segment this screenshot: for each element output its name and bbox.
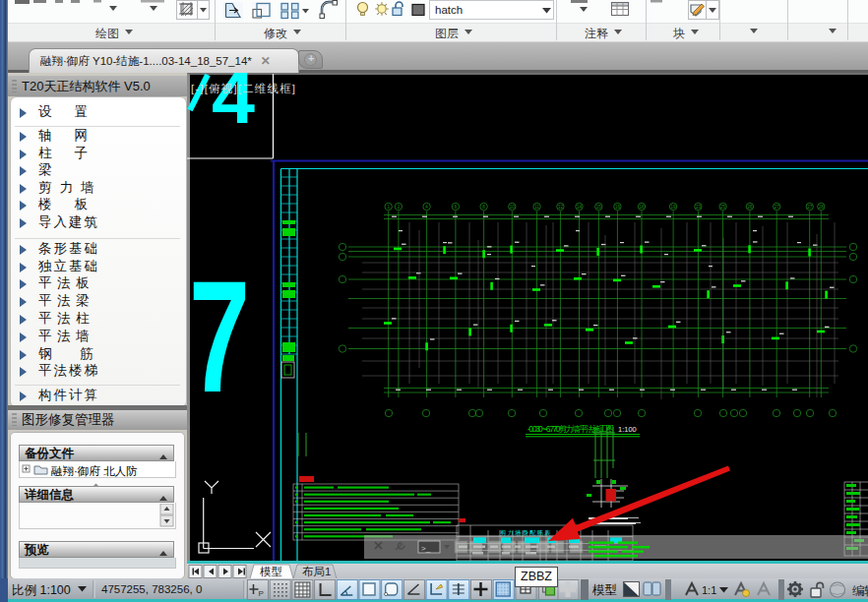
svg-text:布局1: 布局1	[302, 566, 331, 577]
svg-text:比例 1:100: 比例 1:100	[12, 583, 71, 597]
svg-text:6: 6	[455, 205, 458, 210]
svg-text:4: 4	[425, 205, 428, 210]
svg-text:28: 28	[819, 205, 825, 210]
svg-text:hatch: hatch	[435, 4, 463, 16]
svg-text:编辑: 编辑	[852, 584, 868, 598]
svg-text:1:100: 1:100	[618, 425, 637, 434]
svg-text:15: 15	[596, 205, 602, 210]
svg-text:P: P	[259, 589, 264, 598]
svg-text:25: 25	[720, 205, 726, 210]
svg-text:27: 27	[775, 205, 780, 210]
svg-text:16: 16	[615, 205, 621, 210]
svg-text:19: 19	[671, 205, 677, 210]
svg-text:4757255, 783256, 0: 4757255, 783256, 0	[101, 583, 202, 595]
svg-text:1: 1	[387, 205, 390, 210]
svg-text:模型: 模型	[591, 583, 617, 597]
svg-text:27: 27	[807, 205, 813, 210]
svg-text:融翔·御府 北人防: 融翔·御府 北人防	[51, 465, 138, 477]
svg-text:14: 14	[577, 205, 583, 210]
svg-text:10: 10	[510, 205, 516, 210]
svg-text:18: 18	[639, 205, 645, 210]
svg-text:1:1: 1:1	[702, 584, 716, 596]
svg-text:12: 12	[558, 205, 564, 210]
svg-text:2: 2	[398, 205, 401, 210]
svg-text:23: 23	[696, 205, 702, 210]
svg-text:8: 8	[482, 205, 485, 210]
svg-text:>_: >_	[421, 544, 431, 553]
svg-text:26: 26	[747, 205, 753, 210]
svg-text:[-][俯视][二维线框]: [-][俯视][二维线框]	[191, 83, 295, 94]
svg-text:模型: 模型	[260, 566, 282, 577]
svg-text:7: 7	[189, 247, 250, 425]
svg-text:11: 11	[534, 205, 539, 210]
